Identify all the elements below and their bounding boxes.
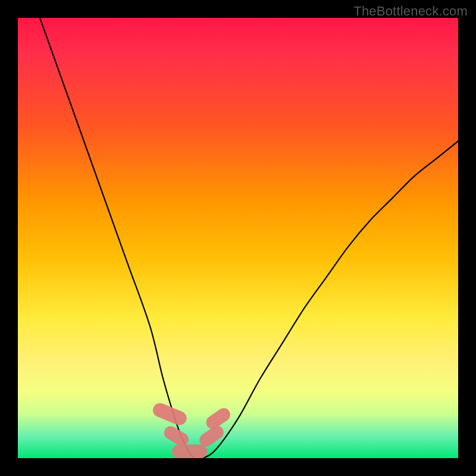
watermark-text: TheBottleneck.com (353, 4, 468, 19)
marker-blob (151, 401, 189, 427)
marker-cluster (151, 401, 233, 458)
plot-area (18, 18, 458, 458)
curve-layer (18, 18, 458, 458)
bottleneck-curve (40, 18, 458, 458)
marker-blob (172, 444, 207, 458)
outer-frame: TheBottleneck.com (0, 0, 476, 476)
